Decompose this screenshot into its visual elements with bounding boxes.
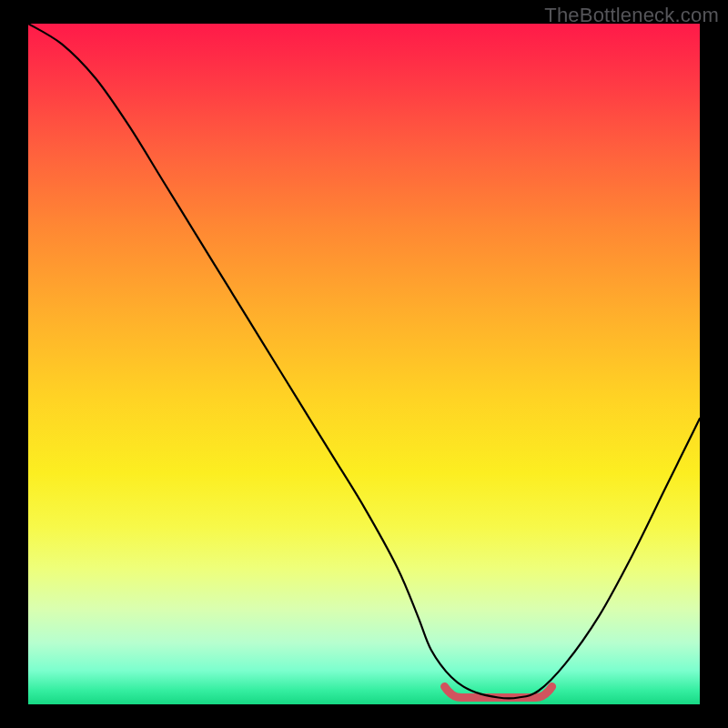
plot-area — [28, 24, 700, 704]
curve-layer — [28, 24, 700, 704]
chart-stage: TheBottleneck.com — [0, 0, 728, 728]
bottleneck-curve — [28, 24, 700, 698]
watermark-text: TheBottleneck.com — [544, 4, 719, 27]
